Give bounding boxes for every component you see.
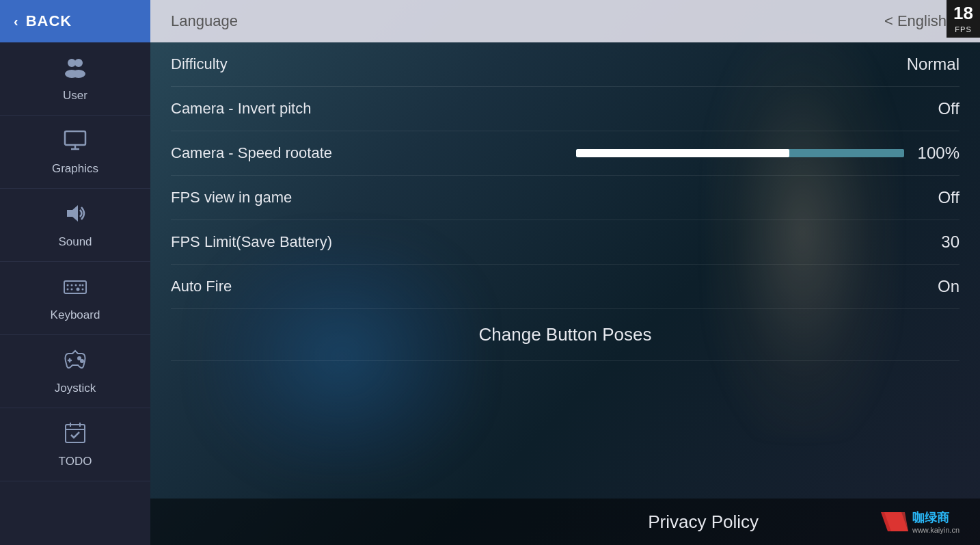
branding: 咖绿商 www.kaiyin.cn	[881, 509, 959, 534]
setting-difficulty-value: Normal	[907, 55, 959, 74]
setting-camera-invert[interactable]: Camera - Invert pitch Off	[171, 87, 959, 131]
user-icon	[63, 55, 87, 85]
sidebar-item-joystick-label: Joystick	[55, 382, 96, 395]
main-content: Language < English > 18 FPS Difficulty N…	[150, 0, 980, 545]
speaker-icon	[63, 201, 87, 231]
sidebar-item-todo-label: TODO	[59, 455, 92, 468]
sidebar-item-sound[interactable]: Sound	[0, 189, 150, 262]
svg-rect-4	[65, 131, 85, 145]
fps-label: FPS	[955, 25, 971, 34]
setting-camera-speed[interactable]: Camera - Speed rootate 100%	[171, 131, 959, 176]
back-button[interactable]: ‹ BACK	[0, 0, 150, 42]
setting-difficulty[interactable]: Difficulty Normal	[171, 42, 959, 87]
sidebar-item-graphics-label: Graphics	[52, 162, 98, 176]
change-button-poses-label[interactable]: Change Button Poses	[479, 324, 652, 345]
sidebar-item-user[interactable]: User	[0, 42, 150, 116]
brand-logo-icon	[881, 512, 908, 531]
sidebar-item-keyboard-label: Keyboard	[51, 308, 100, 322]
settings-panel: Language < English > 18 FPS Difficulty N…	[150, 0, 980, 545]
brand-website: www.kaiyin.cn	[912, 526, 959, 534]
svg-marker-7	[67, 205, 78, 222]
setting-auto-fire-value: On	[938, 277, 959, 296]
back-label: BACK	[26, 12, 72, 30]
keyboard-icon	[63, 274, 87, 304]
svg-point-20	[78, 357, 81, 360]
sidebar-item-todo[interactable]: TODO	[0, 408, 150, 481]
setting-fps-view-value: Off	[938, 188, 959, 207]
svg-rect-8	[64, 281, 86, 293]
svg-rect-22	[66, 425, 85, 442]
privacy-policy-link[interactable]: Privacy Policy	[526, 511, 880, 533]
fps-number: 18	[953, 3, 973, 24]
language-label: Language	[171, 12, 238, 30]
setting-camera-speed-name: Camera - Speed rootate	[171, 144, 332, 162]
setting-camera-speed-value: 100%	[918, 144, 959, 163]
svg-point-3	[72, 70, 85, 78]
bottom-bar: Privacy Policy 咖绿商 www.kaiyin.cn	[150, 499, 980, 545]
slider-track[interactable]	[576, 149, 904, 157]
fps-badge: 18 FPS	[947, 0, 980, 38]
setting-fps-view-name: FPS view in game	[171, 189, 292, 207]
change-button-poses-row[interactable]: Change Button Poses	[171, 309, 959, 361]
setting-fps-view[interactable]: FPS view in game Off	[171, 176, 959, 220]
setting-fps-limit-name: FPS Limit(Save Battery)	[171, 233, 332, 251]
sidebar-item-graphics[interactable]: Graphics	[0, 116, 150, 189]
sidebar: ‹ BACK User Graphics	[0, 0, 150, 545]
brand-chinese-text: 咖绿商	[912, 509, 959, 526]
setting-auto-fire-name: Auto Fire	[171, 278, 232, 295]
setting-fps-limit[interactable]: FPS Limit(Save Battery) 30	[171, 220, 959, 265]
svg-point-1	[74, 59, 83, 67]
settings-rows: Difficulty Normal Camera - Invert pitch …	[150, 42, 980, 499]
sidebar-item-sound-label: Sound	[58, 235, 92, 249]
back-chevron-icon: ‹	[14, 14, 19, 29]
sidebar-item-keyboard[interactable]: Keyboard	[0, 262, 150, 335]
monitor-icon	[63, 128, 87, 158]
gamepad-icon	[63, 347, 87, 377]
svg-point-21	[81, 360, 83, 362]
setting-fps-limit-value: 30	[941, 232, 959, 252]
setting-auto-fire[interactable]: Auto Fire On	[171, 265, 959, 309]
sidebar-items: User Graphics Sound	[0, 42, 150, 545]
sidebar-item-user-label: User	[63, 89, 87, 103]
setting-camera-invert-value: Off	[938, 99, 959, 118]
language-bar[interactable]: Language < English > 18 FPS	[150, 0, 980, 42]
slider-fill	[576, 149, 789, 157]
slider-container[interactable]: 100%	[576, 144, 959, 163]
setting-camera-invert-name: Camera - Invert pitch	[171, 100, 311, 118]
calendar-check-icon	[63, 421, 87, 451]
setting-difficulty-name: Difficulty	[171, 55, 228, 73]
sidebar-item-joystick[interactable]: Joystick	[0, 335, 150, 408]
